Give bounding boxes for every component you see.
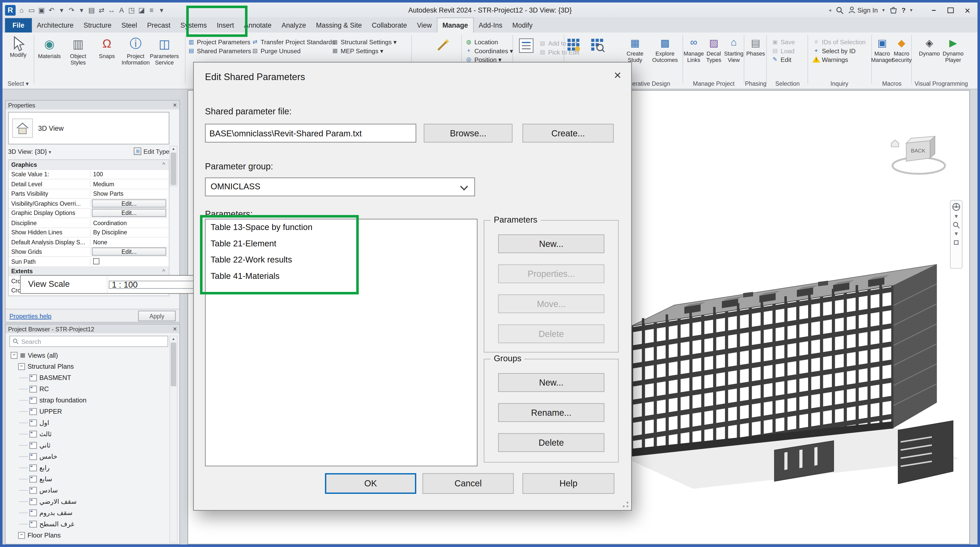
- help-button[interactable]: Help: [523, 473, 614, 494]
- ribbon-small-button[interactable]: ▥ Project Parameters: [188, 38, 251, 46]
- ribbon-small-button[interactable]: ✎ Edit: [771, 55, 811, 64]
- tree-view-item[interactable]: غرف السطح: [7, 518, 169, 530]
- browser-search-input[interactable]: Search: [10, 336, 168, 347]
- ribbon-big-button[interactable]: ▨ DecalTypes: [704, 32, 724, 63]
- property-row[interactable]: Visibility/Graphics Overri... Edit...: [9, 199, 169, 208]
- ribbon-tab[interactable]: File: [5, 18, 32, 32]
- parameters-group-button[interactable]: Properties...: [498, 264, 604, 283]
- ribbon-big-button[interactable]: ▶ DynamoPlayer: [941, 32, 965, 63]
- groups-group-button[interactable]: Delete: [498, 433, 604, 452]
- groups-group-button[interactable]: Rename...: [498, 403, 604, 422]
- type-selector[interactable]: 3D View: [8, 112, 169, 144]
- sign-in-button[interactable]: Sign In: [858, 6, 878, 14]
- panel-label-select[interactable]: Select ▾: [4, 80, 32, 87]
- property-row[interactable]: Graphics: [9, 160, 169, 170]
- text-icon[interactable]: A: [118, 5, 126, 15]
- phases-button[interactable]: ▤ Phases: [745, 32, 766, 57]
- property-row[interactable]: Default Analysis Display S... None: [9, 237, 169, 247]
- browser-scrollbar[interactable]: ▲: [169, 336, 178, 543]
- aligned-dimension-icon[interactable]: ↔: [107, 5, 116, 15]
- view-selector[interactable]: 3D View: {3D} ▾: [8, 148, 51, 155]
- tree-view-item[interactable]: سقف بدروم: [7, 507, 169, 518]
- save-icon[interactable]: ▣: [38, 5, 46, 15]
- apply-button[interactable]: Apply: [138, 310, 176, 321]
- tree-node-floor-plans[interactable]: Floor Plans: [7, 530, 169, 541]
- dialog-resize-grip[interactable]: [622, 501, 629, 508]
- print-icon[interactable]: ▤: [88, 5, 95, 15]
- section-icon[interactable]: ◪: [138, 5, 146, 15]
- ribbon-tab[interactable]: Structure: [78, 18, 116, 32]
- properties-scrollbar[interactable]: ▲: [169, 146, 178, 186]
- ribbon-big-button[interactable]: ⌂ StartingView: [724, 32, 744, 63]
- cancel-button[interactable]: Cancel: [423, 473, 514, 494]
- ribbon-big-button[interactable]: ▦ CreateStudy: [620, 32, 650, 63]
- groups-group-button[interactable]: New...: [498, 373, 604, 392]
- parameters-group-button[interactable]: Move...: [498, 294, 604, 313]
- tree-view-item[interactable]: سادس: [7, 484, 169, 496]
- property-row[interactable]: Show Grids Edit...: [9, 247, 169, 257]
- ribbon-big-button[interactable]: ∞ ManageLinks: [684, 32, 704, 63]
- undo-caret-icon[interactable]: ▾: [57, 5, 66, 15]
- ribbon-tab[interactable]: View: [412, 18, 437, 32]
- shared-parameter-file-input[interactable]: [205, 124, 416, 143]
- ribbon-small-button[interactable]: ▦ MEP Settings ▾: [331, 46, 406, 55]
- edit-type-button[interactable]: ⊞ Edit Type: [134, 148, 169, 155]
- modify-button[interactable]: Modify: [4, 32, 32, 58]
- home-icon[interactable]: ⌂: [18, 5, 25, 15]
- parameters-group-button[interactable]: New...: [498, 234, 604, 253]
- restore-button[interactable]: [945, 4, 957, 16]
- zoom-caret-icon[interactable]: ▾: [955, 230, 958, 237]
- redo-caret-icon[interactable]: ▾: [78, 5, 86, 15]
- zoom-icon[interactable]: [952, 221, 960, 229]
- minimize-button[interactable]: [928, 4, 940, 16]
- default-3d-view-icon[interactable]: ◳: [127, 5, 135, 15]
- ribbon-small-button[interactable]: ▤ Shared Parameters: [188, 46, 251, 55]
- tree-view-item[interactable]: خامس: [7, 451, 169, 462]
- ribbon-small-button[interactable]: ◍ Location: [465, 38, 513, 46]
- tree-node-views[interactable]: ▦ Views (all): [7, 350, 169, 361]
- ribbon-big-button[interactable]: ▩ ExploreOutcomes: [650, 32, 680, 63]
- property-row[interactable]: Graphic Display Options Edit...: [9, 208, 169, 218]
- ribbon-tab[interactable]: Steel: [116, 18, 142, 32]
- create-button[interactable]: Create...: [523, 124, 614, 143]
- ribbon-tab[interactable]: Analyze: [277, 18, 311, 32]
- viewcube[interactable]: BACK: [885, 131, 954, 181]
- ribbon-small-button[interactable]: ▤ Load: [771, 46, 811, 55]
- search-icon[interactable]: [835, 6, 844, 14]
- browse-button[interactable]: Browse...: [424, 124, 512, 143]
- steering-wheel-icon[interactable]: [952, 203, 961, 211]
- ribbon-small-button[interactable]: ⇄ Transfer Project Standards: [251, 38, 331, 46]
- ribbon-big-button[interactable]: Ω Snaps: [92, 32, 121, 65]
- ribbon-small-button[interactable]: # IDs of Selection: [813, 38, 873, 46]
- ribbon-small-button[interactable]: ▧ Purge Unused: [251, 46, 331, 55]
- tree-view-item[interactable]: اول: [7, 417, 169, 428]
- ribbon-big-button[interactable]: ◆ MacroSecurity: [892, 32, 911, 63]
- tree-view-item[interactable]: UPPER: [7, 406, 169, 417]
- ribbon-tab[interactable]: Architecture: [32, 18, 78, 32]
- property-row[interactable]: Parts Visibility Show Parts: [9, 189, 169, 199]
- redo-icon[interactable]: ↷: [68, 5, 76, 15]
- tree-view-item[interactable]: ثاني: [7, 440, 169, 451]
- design-options-icon[interactable]: [517, 37, 535, 54]
- ribbon-small-button[interactable]: ! Warnings: [813, 55, 873, 64]
- properties-close-icon[interactable]: ×: [173, 102, 177, 108]
- collapse-icon[interactable]: [18, 363, 25, 370]
- ribbon-small-button[interactable]: ⌖ Select by ID: [813, 46, 873, 55]
- help-button[interactable]: ?: [902, 6, 905, 14]
- property-row[interactable]: Detail Level Medium: [9, 179, 169, 189]
- ribbon-small-button[interactable]: ▣ Save: [771, 38, 811, 46]
- property-row[interactable]: Sun Path: [9, 257, 169, 267]
- search-collapse-icon[interactable]: ◂: [829, 7, 831, 13]
- thin-lines-icon[interactable]: ≡: [148, 5, 156, 15]
- pan-icon[interactable]: [952, 239, 960, 246]
- ribbon-big-button[interactable]: ⓘ ProjectInformation: [121, 32, 150, 65]
- explore-outcomes-grid-icon[interactable]: [590, 38, 605, 53]
- ribbon-tab[interactable]: Precast: [142, 18, 175, 32]
- dialog-close-icon[interactable]: ×: [614, 69, 621, 81]
- app-store-icon[interactable]: [889, 6, 897, 14]
- ribbon-big-button[interactable]: ◈ Dynamo: [918, 32, 941, 63]
- property-row[interactable]: Discipline Coordination: [9, 218, 169, 228]
- ribbon-small-button[interactable]: + Coordinates ▾: [465, 46, 513, 55]
- sign-in-caret-icon[interactable]: ▾: [882, 7, 885, 13]
- ribbon-tab[interactable]: Add-Ins: [474, 18, 508, 32]
